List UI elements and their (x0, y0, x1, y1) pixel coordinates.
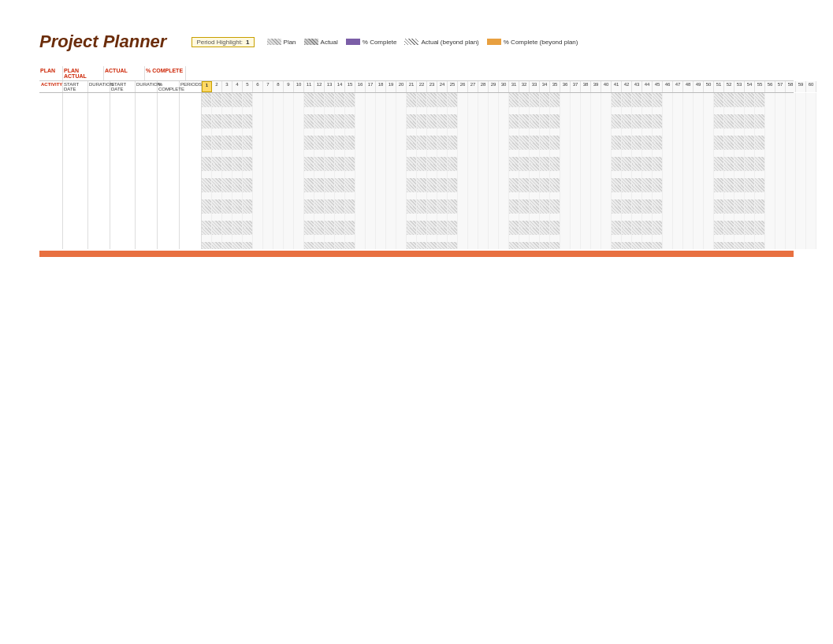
gantt-cell-r21-p53 (745, 242, 755, 249)
gantt-cell-r17-p23 (437, 214, 448, 221)
gantt-cell-r8-p48 (694, 150, 704, 157)
gantt-cell-r5-p45 (663, 128, 673, 136)
gantt-cell-r17-p14 (345, 214, 355, 221)
plan-start-cell (63, 178, 88, 185)
gantt-cell-r12-p46 (673, 178, 683, 185)
gantt-cell-r1-p49 (704, 100, 714, 107)
gantt-cell-r1-p37 (581, 100, 591, 107)
gantt-cell-r20-p3 (232, 235, 243, 242)
gantt-cell-r12-p58 (796, 178, 806, 185)
gantt-cell-r6-p59 (806, 136, 816, 143)
gantt-cell-r14-p13 (335, 192, 345, 199)
sub-header-row: ACTIVITY START DATE DURATION START DATE … (39, 81, 794, 93)
gantt-cell-r20-p8 (284, 235, 294, 242)
period-highlight-box[interactable]: Period Highlight: 1 (192, 37, 254, 47)
gantt-cell-r12-p14 (345, 178, 355, 185)
gantt-cell-r3-p22 (427, 114, 437, 121)
activity-cell (39, 128, 63, 136)
gantt-cell-r3-p57 (786, 114, 796, 121)
left-col-labels: PLAN PLAN ACTUAL ACTUAL % COMPLETE (39, 66, 186, 80)
periods-cell (180, 235, 202, 242)
gantt-cell-r13-p31 (519, 185, 530, 192)
period-num-23: 23 (427, 81, 437, 92)
gantt-cell-r1-p35 (560, 100, 571, 107)
gantt-cell-r8-p37 (581, 150, 591, 157)
gantt-cell-r11-p24 (448, 171, 458, 178)
gantt-cell-r9-p33 (540, 157, 550, 164)
period-num-56: 56 (765, 81, 775, 92)
gantt-cell-r4-p8 (284, 121, 294, 128)
gantt-cell-r18-p47 (683, 221, 694, 228)
gantt-cell-r15-p27 (478, 199, 489, 207)
gantt-cell-r12-p28 (489, 178, 499, 185)
gantt-cell-r19-p16 (366, 228, 376, 235)
activity-cell (39, 136, 63, 143)
gantt-cell-r9-p7 (273, 157, 284, 164)
gantt-cell-r0-p43 (642, 93, 653, 100)
gantt-cell-r14-p6 (263, 192, 273, 199)
gantt-cell-r7-p44 (653, 143, 663, 150)
gantt-cell-r11-p2 (222, 171, 232, 178)
period-num-37: 37 (571, 81, 581, 92)
gantt-cell-r13-p59 (806, 185, 816, 192)
gantt-cell-r17-p48 (694, 214, 704, 221)
gantt-cell-r9-p29 (499, 157, 509, 164)
table-row (39, 150, 794, 157)
gantt-cell-r13-p26 (468, 185, 478, 192)
gantt-cell-r13-p13 (335, 185, 345, 192)
gantt-cell-r0-p1 (212, 93, 222, 100)
gantt-cell-r7-p22 (427, 143, 437, 150)
gantt-cell-r4-p14 (345, 121, 355, 128)
gantt-cell-r5-p9 (294, 128, 304, 136)
gantt-cell-r8-p45 (663, 150, 673, 157)
gantt-cell-r7-p43 (642, 143, 653, 150)
gantt-cell-r15-p4 (243, 199, 253, 207)
gantt-cell-r21-p14 (345, 242, 355, 249)
gantt-cell-r12-p26 (468, 178, 478, 185)
gantt-cell-r6-p45 (663, 136, 673, 143)
gantt-cell-r4-p5 (253, 121, 263, 128)
gantt-cell-r21-p16 (366, 242, 376, 249)
periods-cell (180, 171, 202, 178)
period-num-47: 47 (673, 81, 683, 92)
gantt-cell-r6-p22 (427, 136, 437, 143)
gantt-cell-r18-p22 (427, 221, 437, 228)
gantt-cell-r3-p53 (745, 114, 755, 121)
gantt-cell-r19-p31 (519, 228, 530, 235)
col-plan-header: PLAN (39, 66, 63, 80)
gantt-cell-r17-p26 (468, 214, 478, 221)
periods-cell (180, 143, 202, 150)
gantt-cell-r17-p13 (335, 214, 345, 221)
gantt-cell-r3-p49 (704, 114, 714, 121)
gantt-cell-r6-p4 (243, 136, 253, 143)
actual-dur-cell (136, 207, 158, 214)
gantt-cell-r19-p3 (232, 228, 243, 235)
gantt-cell-r7-p14 (345, 143, 355, 150)
gantt-cell-r8-p10 (304, 150, 314, 157)
gantt-cell-r10-p27 (478, 164, 489, 171)
gantt-cell-r11-p0 (202, 171, 212, 178)
gantt-cell-r20-p52 (734, 235, 745, 242)
gantt-cell-r9-p10 (304, 157, 314, 164)
plan-swatch (267, 39, 281, 45)
gantt-cell-r4-p0 (202, 121, 212, 128)
gantt-cell-r13-p33 (540, 185, 550, 192)
gantt-cell-r19-p32 (530, 228, 540, 235)
gantt-cell-r1-p47 (683, 100, 694, 107)
gantt-cell-r21-p28 (489, 242, 499, 249)
gantt-cell-r8-p16 (366, 150, 376, 157)
gantt-cell-r16-p29 (499, 207, 509, 214)
gantt-cell-r19-p55 (765, 228, 775, 235)
gantt-cell-r20-p51 (724, 235, 734, 242)
gantt-cell-r2-p27 (478, 107, 489, 114)
gantt-cell-r12-p44 (653, 178, 663, 185)
gantt-cell-r21-p20 (407, 242, 417, 249)
gantt-cell-r10-p21 (417, 164, 427, 171)
gantt-cell-r20-p23 (437, 235, 448, 242)
gantt-cell-r2-p33 (540, 107, 550, 114)
actual-start-cell (110, 214, 136, 221)
gantt-cell-r16-p18 (386, 207, 396, 214)
gantt-cell-r11-p58 (796, 171, 806, 178)
gantt-cell-r20-p34 (550, 235, 560, 242)
gantt-cell-r4-p20 (407, 121, 417, 128)
